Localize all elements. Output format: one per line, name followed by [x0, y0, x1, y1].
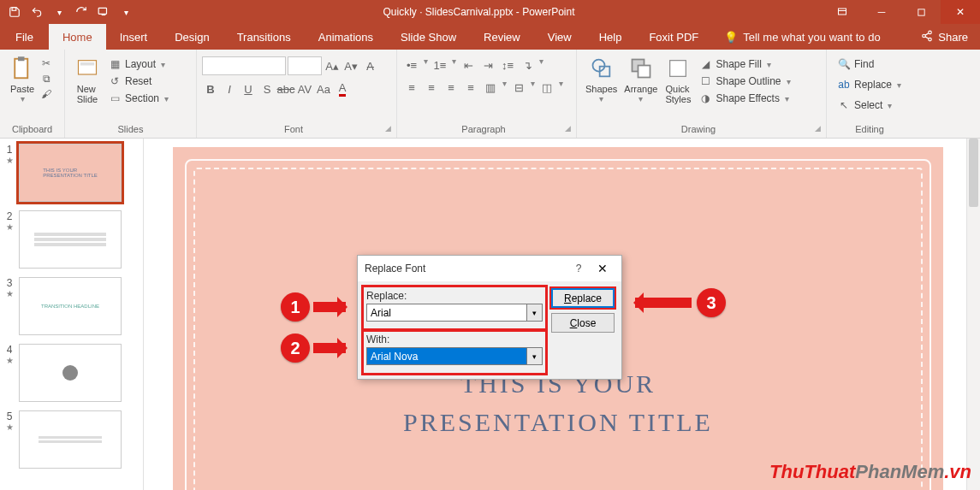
svg-rect-2: [839, 9, 846, 15]
qat-customize-icon[interactable]: ▾: [116, 3, 135, 21]
shape-outline-label: Shape Outline: [716, 75, 781, 87]
bold-icon[interactable]: B: [202, 80, 219, 97]
paste-dropdown-icon[interactable]: ▾: [19, 94, 27, 103]
decrease-indent-icon[interactable]: ⇤: [459, 56, 478, 74]
vertical-scrollbar[interactable]: [966, 139, 980, 490]
select-button[interactable]: ↖Select▾: [834, 96, 897, 115]
section-button[interactable]: ▭Section▾: [104, 91, 174, 106]
tab-foxit[interactable]: Foxit PDF: [635, 24, 712, 50]
dialog-close-button[interactable]: ✕: [591, 262, 615, 275]
find-label: Find: [854, 58, 874, 70]
replace-button[interactable]: abReplace▾: [834, 75, 906, 94]
format-painter-icon[interactable]: 🖌: [39, 87, 53, 101]
quick-styles-button[interactable]: Quick Styles: [661, 53, 695, 106]
paste-icon: [9, 55, 36, 82]
slide-title-line2: PRESENTATION TITLE: [403, 408, 713, 437]
shadow-icon[interactable]: S: [258, 80, 276, 97]
align-left-icon[interactable]: ≡: [402, 79, 421, 96]
tell-me[interactable]: 💡 Tell me what you want to do: [712, 24, 892, 50]
bullets-icon[interactable]: •≡: [402, 56, 421, 74]
font-name-combo[interactable]: [202, 56, 286, 75]
tab-home[interactable]: Home: [49, 24, 106, 50]
line-spacing-icon[interactable]: ↕≡: [498, 56, 517, 74]
underline-icon[interactable]: U: [240, 80, 257, 97]
dialog-help-button[interactable]: ?: [567, 263, 591, 275]
thumb-number: 2: [7, 210, 13, 222]
thumb-number: 4: [7, 344, 13, 356]
tab-animations[interactable]: Animations: [305, 24, 387, 50]
tab-view[interactable]: View: [534, 24, 585, 50]
tab-slideshow[interactable]: Slide Show: [387, 24, 470, 50]
undo-icon[interactable]: [27, 3, 46, 21]
tab-help[interactable]: Help: [585, 24, 636, 50]
decrease-font-icon[interactable]: A▾: [342, 57, 359, 74]
replace-combo[interactable]: Arial ▾: [366, 304, 543, 322]
shape-fill-button[interactable]: ◢Shape Fill▾: [695, 56, 795, 72]
increase-font-icon[interactable]: A▴: [324, 57, 341, 74]
font-size-combo[interactable]: [288, 56, 322, 75]
reset-button[interactable]: ↺Reset: [104, 74, 174, 89]
thumb-1[interactable]: 1★ THIS IS YOURPRESENTATION TITLE: [3, 144, 136, 202]
shape-effects-button[interactable]: ◑Shape Effects▾: [695, 91, 795, 106]
group-slides: New Slide ▦Layout▾ ↺Reset ▭Section▾ Slid…: [65, 50, 197, 138]
strikethrough-icon[interactable]: abc: [277, 80, 294, 97]
arrange-button[interactable]: Arrange▾: [621, 53, 661, 105]
slide-thumbnail-panel[interactable]: 1★ THIS IS YOURPRESENTATION TITLE 2★ 3★ …: [0, 139, 144, 490]
change-case-icon[interactable]: Aa: [315, 80, 332, 97]
find-button[interactable]: 🔍Find: [834, 55, 877, 74]
new-slide-button[interactable]: New Slide: [70, 53, 104, 106]
cut-icon[interactable]: ✂: [39, 56, 53, 70]
italic-icon[interactable]: I: [221, 80, 238, 97]
thumb-2[interactable]: 2★: [3, 210, 136, 269]
justify-icon[interactable]: ≡: [461, 79, 480, 96]
char-spacing-icon[interactable]: AV: [296, 80, 313, 97]
align-text-icon[interactable]: ⊟: [509, 79, 528, 96]
ribbon-display-icon[interactable]: [823, 0, 862, 24]
maximize-button[interactable]: [901, 0, 941, 24]
tab-transitions[interactable]: Transitions: [223, 24, 305, 50]
save-icon[interactable]: [5, 3, 24, 21]
start-from-beginning-icon[interactable]: [94, 3, 113, 21]
share-button[interactable]: Share: [909, 24, 980, 50]
copy-icon[interactable]: ⧉: [39, 72, 53, 86]
numbering-icon[interactable]: 1≡: [431, 56, 449, 74]
shapes-button[interactable]: Shapes▾: [582, 53, 621, 105]
smartart-icon[interactable]: ◫: [538, 79, 556, 96]
chevron-down-icon[interactable]: ▾: [527, 347, 543, 365]
dialog-titlebar[interactable]: Replace Font ? ✕: [358, 256, 621, 281]
chevron-down-icon[interactable]: ▾: [527, 304, 543, 322]
replace-label: Replace:: [366, 290, 543, 302]
undo-dropdown-icon[interactable]: ▾: [50, 3, 68, 21]
text-direction-icon[interactable]: ↴: [518, 56, 537, 74]
annotation-badge-3: 3: [697, 288, 726, 317]
thumb-3[interactable]: 3★ TRANSITION HEADLINE: [3, 277, 136, 335]
close-button[interactable]: ✕: [941, 0, 980, 24]
redo-icon[interactable]: [72, 3, 91, 21]
dialog-close-button-2[interactable]: Close: [551, 313, 615, 333]
tab-file[interactable]: File: [0, 24, 49, 50]
replace-label: Replace: [854, 79, 892, 91]
layout-button[interactable]: ▦Layout▾: [104, 56, 174, 72]
shape-outline-button[interactable]: ☐Shape Outline▾: [695, 74, 795, 89]
share-icon: [921, 30, 933, 44]
align-right-icon[interactable]: ≡: [442, 79, 460, 96]
thumb-5[interactable]: 5★: [3, 410, 136, 469]
with-combo[interactable]: Arial Nova ▾: [366, 347, 543, 365]
minimize-button[interactable]: ─: [862, 0, 901, 24]
group-label: Paragraph: [461, 124, 505, 134]
font-color-icon[interactable]: A: [334, 80, 351, 97]
increase-indent-icon[interactable]: ⇥: [478, 56, 497, 74]
tab-review[interactable]: Review: [470, 24, 534, 50]
tab-insert[interactable]: Insert: [106, 24, 162, 50]
paste-button[interactable]: Paste ▾: [5, 53, 39, 105]
shape-effects-icon: ◑: [698, 92, 712, 105]
tab-design[interactable]: Design: [161, 24, 223, 50]
window-controls: ─ ✕: [823, 0, 980, 24]
star-icon: ★: [6, 356, 14, 365]
columns-icon[interactable]: ▥: [481, 79, 500, 96]
thumb-4[interactable]: 4★: [3, 344, 136, 402]
clear-formatting-icon[interactable]: A̶: [361, 57, 378, 74]
align-center-icon[interactable]: ≡: [422, 79, 441, 96]
dialog-replace-button[interactable]: Replace: [551, 288, 615, 308]
replace-value: Arial: [366, 304, 527, 322]
